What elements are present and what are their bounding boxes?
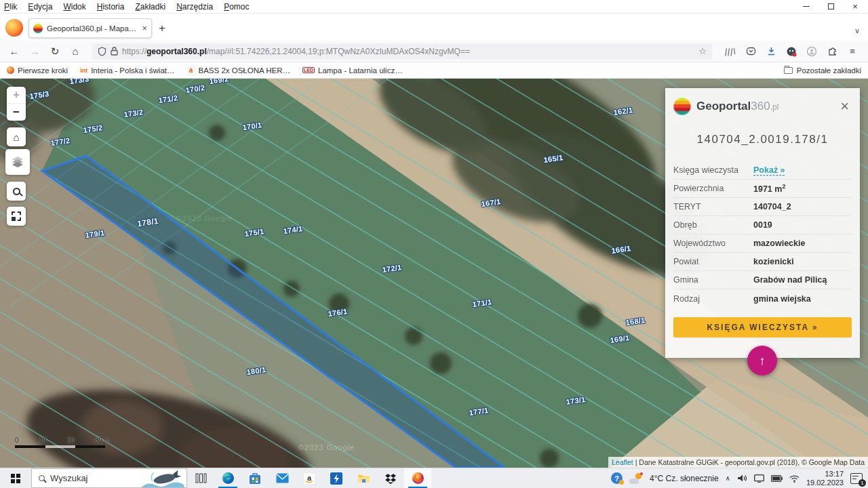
parcel-label-175/1[interactable]: 175/1 [244, 227, 264, 238]
taskbar-edge-button[interactable] [214, 468, 241, 488]
panel-row-label: TERYT [673, 202, 753, 211]
tray-chevron-icon[interactable]: ∧ [726, 474, 730, 482]
panel-row-value: 140704_2 [753, 202, 791, 211]
taskbar-explorer-button[interactable] [350, 468, 377, 488]
parcel-label-177/1[interactable]: 177/1 [469, 406, 489, 417]
parcel-label-179/1[interactable]: 179/1 [85, 228, 105, 239]
minimize-button[interactable] [802, 3, 811, 11]
ksiega-wieczysta-button[interactable]: KSIĘGA WIECZYSTA » [673, 317, 852, 338]
parcel-label-166/1[interactable]: 166/1 [611, 244, 631, 255]
taskbar-clock[interactable]: 13:1719.02.2023 [806, 470, 844, 487]
map-viewport[interactable]: 173/3169/2175/3170/2171/2173/2175/2177/2… [0, 79, 868, 468]
weather-widget[interactable]: 4°C Cz. słonecznie [650, 474, 719, 483]
scroll-top-fab[interactable]: ↑ [747, 346, 777, 375]
file-explorer-icon [357, 473, 370, 484]
taskbar-store-button[interactable] [241, 468, 269, 488]
account-icon[interactable] [806, 45, 818, 58]
pocket-icon[interactable] [745, 45, 757, 58]
download-icon[interactable] [765, 45, 777, 58]
bookmark-item[interactable]: intInteria - Polska i świat… [80, 66, 174, 75]
map-search-button[interactable] [7, 182, 26, 201]
parcel-label-169/1[interactable]: 169/1 [610, 333, 630, 344]
tab-close-icon[interactable]: × [142, 24, 147, 33]
help-tray-icon[interactable]: ? [611, 472, 623, 484]
menu-item-narzędzia[interactable]: Narzędzia [176, 2, 213, 12]
amazon-icon: a [303, 472, 315, 485]
volume-icon[interactable] [737, 474, 747, 483]
parcel-label-180/1[interactable]: 180/1 [246, 365, 267, 376]
parcel-label-165/1[interactable]: 165/1 [543, 153, 564, 164]
parcel-label-169/2[interactable]: 169/2 [209, 79, 229, 85]
parcel-label-170/2[interactable]: 170/2 [185, 83, 205, 94]
extension-icon[interactable] [826, 45, 838, 58]
tab-list-chevron-icon[interactable]: ∨ [854, 26, 865, 35]
bookmark-item[interactable]: LEDLampa - Latarnia ulicz… [302, 66, 403, 75]
panel-row-value[interactable]: Pokaż » [753, 165, 785, 175]
reload-button[interactable]: ↻ [46, 45, 64, 58]
bookmark-item[interactable]: aBASS 2x OSŁONA HER… [187, 66, 291, 75]
taskbar-app-lightning-button[interactable] [323, 468, 350, 488]
url-bar[interactable]: https://geoportal360.pl/map/#l:51.74226,… [92, 43, 712, 60]
parcel-label-178/1[interactable]: 178/1 [136, 216, 159, 228]
menu-item-edycja[interactable]: Edycja [28, 2, 52, 12]
privacy-badger-icon[interactable] [785, 45, 797, 58]
menu-item-pomoc[interactable]: Pomoc [224, 2, 249, 12]
other-bookmarks-button[interactable]: Pozostałe zakładki [784, 66, 861, 75]
leaflet-link[interactable]: Leaflet [612, 458, 633, 466]
forward-button[interactable]: → [26, 45, 43, 57]
parcel-label-173/3[interactable]: 173/3 [69, 79, 90, 85]
taskbar-amazon-button[interactable]: a [296, 468, 323, 488]
start-button[interactable] [0, 468, 31, 488]
parcel-label-177/2[interactable]: 177/2 [50, 136, 71, 147]
restore-button[interactable] [826, 3, 835, 11]
wifi-icon[interactable] [789, 474, 800, 483]
taskbar-firefox-button[interactable] [404, 468, 431, 488]
menu-icon[interactable]: ≡ [846, 45, 859, 58]
library-icon[interactable]: |||\ [724, 45, 736, 58]
home-button[interactable]: ⌂ [66, 45, 84, 57]
panel-close-icon[interactable]: × [837, 99, 852, 114]
parcel-label-170/1[interactable]: 170/1 [242, 121, 262, 131]
layers-button[interactable] [5, 149, 30, 175]
battery-icon[interactable] [771, 475, 783, 482]
task-view-icon [195, 473, 207, 483]
taskbar-search-box[interactable]: Wyszukaj [31, 468, 187, 488]
taskbar-dropbox-button[interactable] [377, 468, 404, 488]
parcel-label-175/3[interactable]: 175/3 [29, 89, 50, 100]
allegro-icon: a [187, 66, 195, 75]
menu-item-zakładki[interactable]: Zakładki [135, 2, 165, 12]
parcel-label-173/1[interactable]: 173/1 [566, 395, 586, 406]
task-view-button[interactable] [187, 468, 214, 488]
bookmark-star-icon[interactable]: ☆ [698, 46, 707, 56]
new-tab-button[interactable]: + [159, 22, 165, 35]
parcel-label-167/1[interactable]: 167/1 [481, 197, 501, 208]
parcel-label-174/1[interactable]: 174/1 [283, 224, 303, 235]
parcel-label-172/1[interactable]: 172/1 [382, 263, 402, 274]
parcel-label-175/2[interactable]: 175/2 [83, 123, 103, 134]
menu-item-historia[interactable]: Historia [97, 2, 125, 12]
menu-item-widok[interactable]: Widok [63, 2, 85, 12]
bookmark-item[interactable]: Pierwsze kroki [7, 66, 68, 75]
zoom-out-button[interactable]: − [7, 104, 26, 121]
back-button[interactable]: ← [5, 45, 23, 57]
taskbar-mail-button[interactable] [269, 468, 296, 488]
close-button[interactable]: × [850, 3, 860, 11]
map-home-button[interactable]: ⌂ [7, 127, 26, 146]
menu-item-plik[interactable]: Plik [4, 2, 17, 12]
led-icon: LED [302, 67, 315, 73]
bookmarks-bar: Pierwsze krokiintInteria - Polska i świa… [0, 62, 868, 79]
browser-tab[interactable]: Geoportal360.pl - Mapa Interak… × [28, 18, 152, 38]
weather-icon[interactable] [629, 473, 643, 484]
parcel-label-171/2[interactable]: 171/2 [158, 94, 178, 104]
parcel-id: 140704_2.0019.178/1 [673, 133, 852, 146]
action-center-button[interactable]: 1 [850, 473, 863, 484]
display-cast-icon[interactable] [754, 474, 764, 483]
parcel-label-171/1[interactable]: 171/1 [472, 298, 492, 308]
parcel-label-176/1[interactable]: 176/1 [328, 307, 348, 318]
parcel-label-168/1[interactable]: 168/1 [625, 316, 646, 327]
parcel-label-173/2[interactable]: 173/2 [123, 108, 144, 119]
zoom-in-button[interactable]: + [7, 87, 26, 104]
map-legend-button[interactable] [7, 207, 26, 226]
tracking-shield-icon[interactable] [98, 47, 106, 56]
parcel-label-162/1[interactable]: 162/1 [613, 106, 633, 117]
